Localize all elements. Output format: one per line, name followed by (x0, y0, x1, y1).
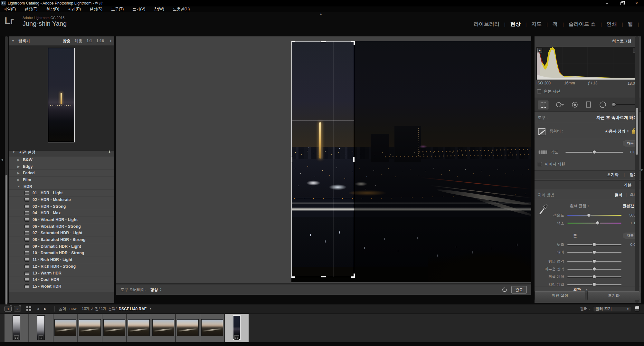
zoom-1-1[interactable]: 1:1 (87, 39, 92, 43)
scrollbar-thumb[interactable] (636, 108, 638, 155)
restore-button[interactable] (614, 0, 629, 6)
preset-item[interactable]: 14 - Cool HDR (9, 276, 114, 283)
treatment-color[interactable]: 컬러 (615, 192, 622, 198)
module-tab[interactable]: 웹 (628, 21, 633, 28)
slider-thumb[interactable] (592, 283, 596, 286)
crop-handle-bottom[interactable] (321, 276, 326, 277)
radial-filter-icon[interactable] (599, 101, 607, 109)
menu-item[interactable]: 창(W) (154, 6, 164, 12)
tint-slider[interactable] (567, 223, 621, 224)
spinner-arrows-icon[interactable]: ▲▼ (160, 288, 162, 291)
preset-item[interactable]: 03 - HDR - Strong (9, 203, 114, 210)
filmstrip-cell-selected[interactable] (225, 314, 249, 342)
zoom-ratio[interactable]: 1:16 (96, 39, 104, 43)
right-panel-scrollbar[interactable] (635, 36, 639, 303)
red-eye-icon[interactable] (571, 101, 578, 108)
tone-slider[interactable] (567, 269, 621, 270)
slider-thumb[interactable] (596, 221, 600, 225)
preset-item[interactable]: 12 - Rich HDR - Strong (9, 263, 114, 270)
crop-handle-top-right[interactable] (351, 41, 355, 45)
tone-slider[interactable] (567, 244, 621, 245)
crop-badge-icon[interactable] (14, 335, 19, 340)
filename-caret-icon[interactable]: ▼ (149, 307, 152, 310)
add-preset-button[interactable]: + (108, 149, 111, 155)
preset-item[interactable]: 11 - Rich HDR - Light (9, 256, 114, 263)
filter-toggle-switch[interactable] (635, 306, 639, 312)
tool-overlay-value[interactable]: 항상 (150, 287, 158, 293)
module-tab[interactable]: 슬라이드 쇼 (569, 21, 596, 28)
reset-button[interactable]: 초기화 (587, 291, 640, 300)
basic-panel-header[interactable]: 기본 ▼ (535, 180, 641, 189)
spinner-arrows-icon[interactable]: ▲▼ (627, 130, 629, 133)
preset-group-hdr[interactable]: ▼ HDR (9, 183, 114, 190)
zoom-fit[interactable]: 맞춤 (63, 38, 71, 44)
crop-frame-icon[interactable] (538, 127, 546, 135)
preset-item[interactable]: 05 - Vibrant HDR - Light (9, 216, 114, 223)
rotate-icon[interactable] (501, 286, 508, 293)
collapse-top-panel-arrow[interactable]: ▲ (319, 12, 322, 15)
previous-settings-button[interactable]: 이전 설정 (535, 291, 585, 300)
shadow-clipping-indicator[interactable]: ▲ (537, 48, 542, 53)
crop-handle-top-left[interactable] (291, 41, 295, 45)
minimize-button[interactable]: – (600, 0, 614, 6)
close-button[interactable]: × (629, 0, 644, 6)
tone-slider[interactable] (567, 261, 621, 262)
aspect-ratio-value[interactable]: 사용자 정의 (605, 129, 625, 134)
left-panel-scrollbar[interactable] (5, 36, 8, 303)
temp-slider[interactable] (567, 215, 621, 216)
filmstrip-cell[interactable] (176, 314, 200, 342)
adjustment-brush-icon[interactable] (614, 104, 638, 105)
zoom-fill[interactable]: 채움 (75, 38, 82, 44)
previous-photo-arrow[interactable]: ◄ (36, 306, 40, 311)
spinner-arrows-icon[interactable]: ▲▼ (110, 39, 112, 43)
crop-handle-right[interactable] (353, 157, 355, 162)
photo[interactable] (291, 41, 531, 282)
crop-tool-button[interactable] (538, 100, 549, 110)
monitor-1-button[interactable]: 1 (5, 306, 12, 312)
slider-thumb[interactable] (592, 243, 596, 246)
wb-value[interactable]: 원본값 (622, 203, 634, 209)
menu-item[interactable]: 사진(P) (68, 6, 81, 12)
menu-item[interactable]: 설정(S) (90, 6, 102, 12)
module-tab[interactable]: 책 (553, 21, 558, 28)
tone-slider[interactable] (567, 276, 621, 277)
preset-item[interactable]: 01 - HDR - Light (9, 190, 114, 197)
menu-item[interactable]: 보기(V) (132, 6, 145, 12)
histogram-graph[interactable]: ▲ ▲ (536, 47, 639, 80)
menu-item[interactable]: 편집(E) (24, 6, 37, 12)
histogram-header[interactable]: 히스토그램 ▼ (535, 36, 641, 45)
navigator-preview[interactable] (9, 45, 114, 151)
module-tab[interactable]: 라이브러리 (474, 21, 499, 28)
crop-handle-bottom-right[interactable] (351, 274, 355, 278)
graduated-filter-icon[interactable] (585, 101, 592, 109)
filmstrip-cell[interactable] (200, 314, 224, 342)
slider-thumb[interactable] (592, 275, 596, 279)
filmstrip-cell[interactable] (53, 314, 78, 342)
preset-item[interactable]: 07 - Saturated HDR - Light (9, 230, 114, 237)
filmstrip-cell[interactable] (78, 314, 102, 342)
preset-group[interactable]: ▶ B&W (9, 157, 114, 163)
slider-thumb[interactable] (592, 150, 596, 154)
filmstrip-cell[interactable] (151, 314, 175, 342)
done-button[interactable]: 완료 (511, 286, 527, 293)
filmstrip-cell[interactable] (127, 314, 151, 342)
spot-removal-icon[interactable] (556, 101, 564, 108)
menu-item[interactable]: 파일(F) (3, 6, 16, 12)
next-photo-arrow[interactable]: ► (43, 306, 47, 311)
slider-thumb[interactable] (587, 213, 591, 217)
navigator-header[interactable]: ▼ 탐색기 맞춤 채움 1:1 1:16 ▲▼ (9, 36, 114, 45)
monitor-2-button[interactable]: 2 (14, 306, 21, 312)
preset-item[interactable]: 04 - HDR - Max (9, 210, 114, 217)
slider-thumb[interactable] (592, 259, 596, 263)
crop-badge-icon[interactable] (234, 335, 239, 340)
collapse-right-panel-arrow[interactable]: ► (641, 168, 644, 171)
tone-slider[interactable] (567, 252, 621, 253)
selected-filename[interactable]: DSCF1140.RAF (118, 307, 147, 311)
module-tab[interactable]: 지도 (531, 21, 542, 28)
slider-thumb[interactable] (592, 250, 596, 254)
folder-label[interactable]: 폴더 : new (59, 306, 77, 312)
slider-thumb[interactable] (592, 267, 596, 271)
menu-item[interactable]: 현상(D) (46, 6, 59, 12)
crop-badge-icon[interactable] (39, 335, 43, 340)
constrain-checkbox[interactable] (538, 162, 542, 166)
